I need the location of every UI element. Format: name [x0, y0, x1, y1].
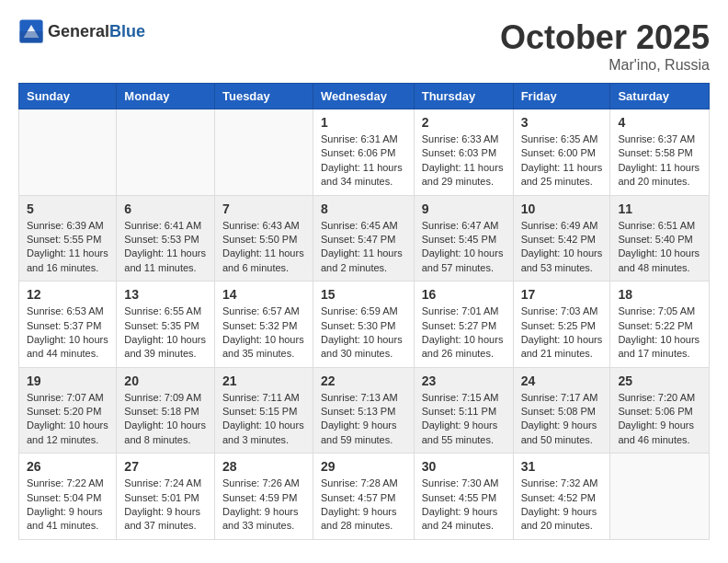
day-number: 8 — [321, 201, 406, 216]
logo-general-text: General — [48, 22, 109, 41]
calendar-cell: 17Sunrise: 7:03 AM Sunset: 5:25 PM Dayli… — [513, 282, 610, 368]
day-number: 29 — [321, 459, 406, 474]
title-block: October 2025 Mar'ino, Russia — [500, 18, 710, 74]
calendar-cell: 14Sunrise: 6:57 AM Sunset: 5:32 PM Dayli… — [214, 282, 313, 368]
calendar-cell: 5Sunrise: 6:39 AM Sunset: 5:55 PM Daylig… — [19, 195, 117, 282]
day-info: Sunrise: 6:33 AM Sunset: 6:03 PM Dayligh… — [422, 132, 506, 190]
day-info: Sunrise: 7:26 AM Sunset: 4:59 PM Dayligh… — [222, 477, 305, 534]
day-info: Sunrise: 7:15 AM Sunset: 5:11 PM Dayligh… — [422, 391, 506, 448]
day-info: Sunrise: 6:57 AM Sunset: 5:32 PM Dayligh… — [222, 304, 305, 362]
calendar-cell: 16Sunrise: 7:01 AM Sunset: 5:27 PM Dayli… — [414, 282, 513, 368]
day-number: 4 — [618, 115, 701, 130]
day-info: Sunrise: 6:39 AM Sunset: 5:55 PM Dayligh… — [27, 219, 108, 276]
calendar-cell — [610, 454, 710, 540]
weekday-header-thursday: Thursday — [414, 84, 513, 109]
day-info: Sunrise: 7:13 AM Sunset: 5:13 PM Dayligh… — [321, 391, 406, 448]
weekday-header-sunday: Sunday — [19, 84, 117, 109]
day-number: 25 — [618, 373, 701, 388]
day-number: 22 — [321, 373, 406, 388]
calendar-cell: 15Sunrise: 6:59 AM Sunset: 5:30 PM Dayli… — [313, 282, 414, 368]
day-info: Sunrise: 6:35 AM Sunset: 6:00 PM Dayligh… — [521, 132, 603, 190]
day-number: 2 — [422, 115, 506, 130]
calendar-cell — [117, 109, 215, 196]
calendar-cell: 6Sunrise: 6:41 AM Sunset: 5:53 PM Daylig… — [117, 195, 215, 282]
day-number: 18 — [618, 287, 701, 302]
calendar-cell: 3Sunrise: 6:35 AM Sunset: 6:00 PM Daylig… — [513, 109, 610, 196]
day-info: Sunrise: 6:45 AM Sunset: 5:47 PM Dayligh… — [321, 219, 406, 276]
day-number: 26 — [27, 459, 108, 474]
day-number: 10 — [521, 201, 603, 216]
svg-rect-2 — [19, 31, 42, 43]
weekday-header-monday: Monday — [117, 84, 215, 109]
calendar-cell: 11Sunrise: 6:51 AM Sunset: 5:40 PM Dayli… — [610, 195, 710, 282]
calendar-cell: 4Sunrise: 6:37 AM Sunset: 5:58 PM Daylig… — [610, 109, 710, 196]
calendar-cell: 21Sunrise: 7:11 AM Sunset: 5:15 PM Dayli… — [214, 367, 313, 454]
day-number: 28 — [222, 459, 305, 474]
day-info: Sunrise: 6:59 AM Sunset: 5:30 PM Dayligh… — [321, 304, 406, 362]
day-info: Sunrise: 7:07 AM Sunset: 5:20 PM Dayligh… — [27, 391, 108, 448]
calendar-week-4: 19Sunrise: 7:07 AM Sunset: 5:20 PM Dayli… — [19, 367, 710, 454]
day-info: Sunrise: 6:43 AM Sunset: 5:50 PM Dayligh… — [222, 219, 305, 276]
calendar-week-2: 5Sunrise: 6:39 AM Sunset: 5:55 PM Daylig… — [19, 195, 710, 282]
calendar-cell: 18Sunrise: 7:05 AM Sunset: 5:22 PM Dayli… — [610, 282, 710, 368]
day-info: Sunrise: 7:28 AM Sunset: 4:57 PM Dayligh… — [321, 477, 406, 534]
day-number: 14 — [222, 287, 305, 302]
weekday-header-tuesday: Tuesday — [214, 84, 313, 109]
day-info: Sunrise: 6:55 AM Sunset: 5:35 PM Dayligh… — [124, 304, 207, 362]
month-title: October 2025 — [500, 18, 710, 57]
day-number: 27 — [124, 459, 207, 474]
day-number: 24 — [521, 373, 603, 388]
calendar-week-1: 1Sunrise: 6:31 AM Sunset: 6:06 PM Daylig… — [19, 109, 710, 196]
day-number: 31 — [521, 459, 603, 474]
calendar-week-3: 12Sunrise: 6:53 AM Sunset: 5:37 PM Dayli… — [19, 282, 710, 368]
day-number: 16 — [422, 287, 506, 302]
calendar-cell: 28Sunrise: 7:26 AM Sunset: 4:59 PM Dayli… — [214, 454, 313, 540]
day-info: Sunrise: 6:51 AM Sunset: 5:40 PM Dayligh… — [618, 219, 701, 276]
day-number: 21 — [222, 373, 305, 388]
day-number: 7 — [222, 201, 305, 216]
logo: General Blue — [18, 18, 145, 44]
day-number: 9 — [422, 201, 506, 216]
calendar-cell: 12Sunrise: 6:53 AM Sunset: 5:37 PM Dayli… — [19, 282, 117, 368]
weekday-header-saturday: Saturday — [610, 84, 710, 109]
day-number: 5 — [27, 201, 108, 216]
calendar-cell — [214, 109, 313, 196]
calendar-cell: 27Sunrise: 7:24 AM Sunset: 5:01 PM Dayli… — [117, 454, 215, 540]
day-number: 11 — [618, 201, 701, 216]
day-info: Sunrise: 7:24 AM Sunset: 5:01 PM Dayligh… — [124, 477, 207, 534]
calendar-cell: 26Sunrise: 7:22 AM Sunset: 5:04 PM Dayli… — [19, 454, 117, 540]
location-title: Mar'ino, Russia — [500, 57, 710, 74]
day-info: Sunrise: 6:37 AM Sunset: 5:58 PM Dayligh… — [618, 132, 701, 190]
weekday-header-wednesday: Wednesday — [313, 84, 414, 109]
calendar-body: 1Sunrise: 6:31 AM Sunset: 6:06 PM Daylig… — [19, 109, 710, 540]
weekday-header-row: SundayMondayTuesdayWednesdayThursdayFrid… — [19, 84, 710, 109]
calendar-cell: 24Sunrise: 7:17 AM Sunset: 5:08 PM Dayli… — [513, 367, 610, 454]
day-info: Sunrise: 7:01 AM Sunset: 5:27 PM Dayligh… — [422, 304, 506, 362]
day-info: Sunrise: 6:41 AM Sunset: 5:53 PM Dayligh… — [124, 219, 207, 276]
calendar-cell: 10Sunrise: 6:49 AM Sunset: 5:42 PM Dayli… — [513, 195, 610, 282]
calendar-cell — [19, 109, 117, 196]
day-number: 23 — [422, 373, 506, 388]
day-info: Sunrise: 7:09 AM Sunset: 5:18 PM Dayligh… — [124, 391, 207, 448]
day-info: Sunrise: 7:22 AM Sunset: 5:04 PM Dayligh… — [27, 477, 108, 534]
day-number: 6 — [124, 201, 207, 216]
day-info: Sunrise: 7:17 AM Sunset: 5:08 PM Dayligh… — [521, 391, 603, 448]
calendar-cell: 8Sunrise: 6:45 AM Sunset: 5:47 PM Daylig… — [313, 195, 414, 282]
calendar-cell: 1Sunrise: 6:31 AM Sunset: 6:06 PM Daylig… — [313, 109, 414, 196]
calendar-cell: 29Sunrise: 7:28 AM Sunset: 4:57 PM Dayli… — [313, 454, 414, 540]
calendar-cell: 25Sunrise: 7:20 AM Sunset: 5:06 PM Dayli… — [610, 367, 710, 454]
calendar-table: SundayMondayTuesdayWednesdayThursdayFrid… — [18, 83, 710, 540]
logo-blue-text: Blue — [109, 22, 145, 41]
calendar-cell: 2Sunrise: 6:33 AM Sunset: 6:03 PM Daylig… — [414, 109, 513, 196]
day-info: Sunrise: 6:53 AM Sunset: 5:37 PM Dayligh… — [27, 304, 108, 362]
calendar-cell: 19Sunrise: 7:07 AM Sunset: 5:20 PM Dayli… — [19, 367, 117, 454]
calendar-cell: 20Sunrise: 7:09 AM Sunset: 5:18 PM Dayli… — [117, 367, 215, 454]
calendar-cell: 7Sunrise: 6:43 AM Sunset: 5:50 PM Daylig… — [214, 195, 313, 282]
day-number: 15 — [321, 287, 406, 302]
calendar-cell: 13Sunrise: 6:55 AM Sunset: 5:35 PM Dayli… — [117, 282, 215, 368]
day-info: Sunrise: 7:32 AM Sunset: 4:52 PM Dayligh… — [521, 477, 603, 534]
page-header: General Blue October 2025 Mar'ino, Russi… — [18, 18, 710, 74]
calendar-cell: 30Sunrise: 7:30 AM Sunset: 4:55 PM Dayli… — [414, 454, 513, 540]
day-number: 1 — [321, 115, 406, 130]
day-info: Sunrise: 7:20 AM Sunset: 5:06 PM Dayligh… — [618, 391, 701, 448]
